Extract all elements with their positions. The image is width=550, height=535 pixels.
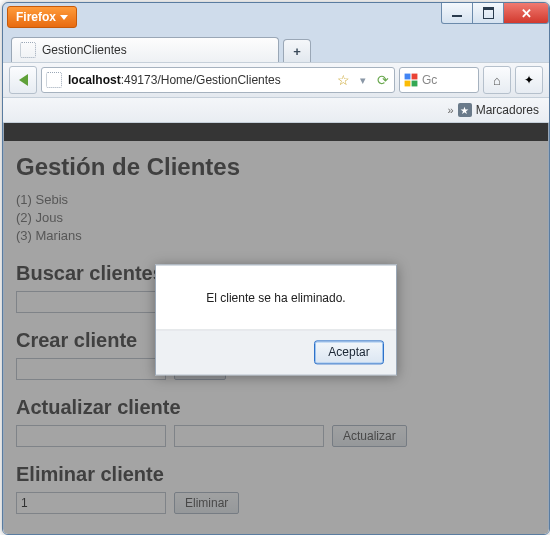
url-text: localhost:49173/Home/GestionClientes [68,73,330,87]
arrow-left-icon [19,74,28,86]
svg-rect-3 [412,81,418,87]
bookmarks-icon[interactable]: ★ [458,103,472,117]
page-viewport: Gestión de Clientes (1) Sebis (2) Jous (… [3,123,549,535]
page-icon [20,42,36,58]
dropdown-history-icon[interactable]: ▾ [356,73,370,87]
home-icon: ⌂ [493,73,501,88]
alert-message: El cliente se ha eliminado. [156,265,396,329]
url-path: /Home/GestionClientes [157,73,280,87]
svg-rect-2 [405,81,411,87]
svg-rect-1 [412,74,418,80]
firefox-window: Firefox ✕ GestionClientes + [2,2,550,535]
svg-rect-0 [405,74,411,80]
home-button[interactable]: ⌂ [483,66,511,94]
firefox-menu-button[interactable]: Firefox [7,6,77,28]
window-close-button[interactable]: ✕ [504,3,549,24]
bookmarks-label[interactable]: Marcadores [476,103,539,117]
window-controls: ✕ [441,3,549,24]
maximize-icon [483,7,494,19]
minimize-icon [452,15,462,17]
new-tab-button[interactable]: + [283,39,311,62]
close-icon: ✕ [521,6,532,21]
firefox-menu-label: Firefox [16,10,56,24]
window-minimize-button[interactable] [441,3,473,24]
search-placeholder: Gc [422,73,437,87]
back-button[interactable] [9,66,37,94]
navigation-toolbar: localhost:49173/Home/GestionClientes ☆ ▾… [3,62,549,98]
overflow-chevron-icon[interactable]: » [448,104,454,116]
browser-tab[interactable]: GestionClientes [11,37,279,62]
google-icon [404,73,418,87]
tab-strip: GestionClientes + [3,34,549,62]
site-identity-icon [46,72,62,88]
puzzle-icon: ✦ [524,73,534,87]
alert-dialog: El cliente se ha eliminado. Aceptar [155,264,397,375]
alert-footer: Aceptar [156,329,396,374]
bookmark-star-icon[interactable]: ☆ [336,73,350,87]
alert-ok-button[interactable]: Aceptar [314,340,384,364]
window-titlebar: Firefox ✕ [3,3,549,34]
reload-icon[interactable]: ⟳ [376,73,390,87]
dropdown-triangle-icon [60,15,68,20]
bookmarks-toolbar: » ★ Marcadores [3,98,549,123]
url-host: localhost [68,73,121,87]
window-maximize-button[interactable] [473,3,504,24]
search-box[interactable]: Gc [399,67,479,93]
addon-button[interactable]: ✦ [515,66,543,94]
plus-icon: + [293,44,301,59]
url-port: :49173 [121,73,158,87]
url-bar[interactable]: localhost:49173/Home/GestionClientes ☆ ▾… [41,67,395,93]
tab-title: GestionClientes [42,43,127,57]
